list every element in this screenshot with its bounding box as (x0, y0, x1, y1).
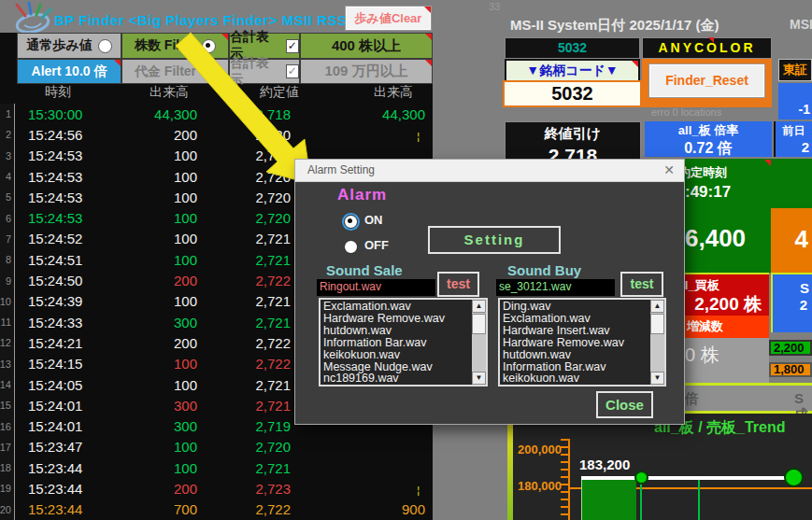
list-item[interactable]: Hardware Remove.wav (503, 337, 648, 349)
row-number: 17 (0, 437, 15, 457)
filter-normal-ayumine[interactable]: 通常歩み値 (17, 33, 121, 59)
cell-time: 15:23:47 (15, 439, 108, 455)
trend-handle-large[interactable] (784, 468, 804, 487)
row-number: 7 (0, 229, 15, 249)
row-number: 19 (0, 478, 15, 499)
cell-volume: 100 (108, 377, 197, 393)
axis-tick (561, 499, 568, 500)
table-row[interactable]: 2015:23:447002,722900 (0, 499, 433, 520)
filter-threshold-shares[interactable]: 400 株以上 (300, 33, 433, 59)
cell-volume: 300 (108, 398, 197, 414)
cell-price: 2,722 (197, 501, 291, 517)
comment-marker (764, 160, 771, 166)
test-buy-button[interactable]: test (620, 272, 663, 297)
table-row[interactable]: 115:30:0044,3002,71844,300 (0, 104, 433, 124)
cell-time: 15:24:33 (15, 315, 108, 330)
scrollbar[interactable]: ▲ ▼ (472, 300, 486, 385)
cell-time: 15:24:50 (15, 273, 108, 288)
filter-threshold-amount[interactable]: 109 万円以上 (300, 59, 433, 84)
list-item[interactable]: Information Bar.wav (323, 337, 470, 349)
scroll-down-icon[interactable]: ▼ (650, 372, 664, 385)
cell-price: 2,719 (197, 418, 291, 434)
list-item[interactable]: nc189169.wav (323, 372, 470, 385)
sale-file-field[interactable]: Ringout.wav (317, 279, 435, 296)
close-button[interactable]: Close (596, 391, 653, 418)
buy-sound-listbox[interactable]: Ding.wavExclamation.wavHardware Insert.w… (498, 298, 666, 386)
radio-amount-filter[interactable] (202, 64, 216, 78)
checkbox-total-1[interactable]: ✓ (286, 39, 299, 53)
axis-tick (561, 476, 568, 478)
setting-button[interactable]: Setting (428, 226, 561, 254)
trend-handle-small[interactable] (634, 471, 648, 485)
alert-multiplier-cell[interactable]: Alert 10.0 倍 (17, 59, 121, 84)
cell-time: 15:24:39 (15, 293, 108, 309)
table-row[interactable]: 1915:23:442002,723¦ (0, 478, 433, 499)
msii-title: MS-II System日付 2025/1/17 (金) (510, 17, 719, 35)
sound-buy-label: Sound Buy (507, 262, 581, 278)
alert-tick-icon: ¦ (417, 485, 420, 496)
list-item[interactable]: hutdown.wav (503, 349, 648, 361)
msii-title2: MSII S (790, 17, 812, 32)
scroll-up-icon[interactable]: ▲ (472, 300, 486, 313)
radio-alarm-off[interactable] (344, 240, 358, 254)
row-number: 10 (0, 291, 15, 312)
list-item[interactable]: hutdown.wav (323, 325, 470, 337)
scroll-thumb[interactable] (650, 314, 664, 334)
ayumine-clear-button[interactable]: 歩み値Clear (345, 6, 432, 31)
cell-volume: 100 (108, 293, 197, 309)
comment-marker (221, 34, 228, 40)
comment-marker (632, 61, 638, 67)
execution-volume-value: 6,400 (685, 224, 746, 253)
close-icon[interactable]: ✕ (663, 162, 675, 177)
list-item[interactable]: Exclamation.wav (503, 313, 648, 325)
checkbox-total-2[interactable]: ✓ (286, 64, 299, 78)
comment-marker (424, 7, 431, 13)
list-item[interactable]: Hardware Insert.wav (503, 325, 648, 337)
radio-alarm-on[interactable] (344, 215, 358, 229)
finder-reset-button[interactable]: Finder_Reset (648, 63, 765, 98)
filter-share-count[interactable]: 株数 Filter (121, 33, 229, 59)
cell-time: 15:30:00 (15, 106, 108, 122)
scroll-thumb[interactable] (472, 314, 486, 334)
list-item[interactable]: keikokuon.wav (503, 372, 648, 385)
scroll-up-icon[interactable]: ▲ (650, 300, 664, 313)
radio-share-filter[interactable] (202, 39, 216, 53)
table-row[interactable]: 1715:23:471002,720 (0, 437, 433, 457)
axis-tick (561, 484, 568, 485)
dialog-title: Alarm Setting (307, 163, 375, 176)
cell-price: 2,721 (197, 460, 291, 476)
alarm-off-label: OFF (364, 238, 389, 252)
cell-volume: 100 (108, 356, 197, 372)
buy-file-field[interactable]: se_30121.wav (496, 279, 615, 296)
cell-volume: 200 (108, 335, 197, 351)
sale-sound-listbox[interactable]: Exclamation.wavHardware Remove.wavhutdow… (319, 298, 488, 386)
cell-price: 2,723 (197, 481, 291, 497)
code-input[interactable]: 5032 (505, 82, 640, 105)
row-number: 4 (0, 166, 15, 187)
list-item[interactable]: Ding.wav (503, 301, 648, 313)
filter-amount[interactable]: 代金 Filter (121, 59, 229, 84)
test-sale-button[interactable]: test (437, 272, 479, 297)
list-item[interactable]: Exclamation.wav (323, 301, 470, 313)
code-selector-dropdown[interactable]: ▼銘柄コード▼ (505, 59, 640, 82)
filter-total-display-2[interactable]: 合計表示✓ (229, 59, 300, 84)
list-item[interactable]: Hardware Remove.wav (323, 313, 470, 325)
dialog-titlebar[interactable]: Alarm Setting ✕ (295, 160, 684, 182)
drop-line-1 (640, 480, 642, 520)
row-number: 15 (0, 395, 15, 415)
comment-marker (114, 60, 121, 66)
table-row[interactable]: 1815:23:441002,721 (0, 457, 433, 478)
row-number: 9 (0, 270, 15, 290)
cell-time: 15:24:51 (15, 252, 108, 268)
scrollbar[interactable]: ▲ ▼ (650, 300, 664, 385)
row-number: 12 (0, 332, 15, 353)
table-row[interactable]: 215:24:562002,720¦ (0, 124, 433, 145)
radio-normal-ayumine[interactable] (98, 39, 112, 53)
cell-volume: 100 (108, 231, 197, 246)
row-number: 2 (0, 124, 15, 145)
error-status-text: erro 0 locations (651, 106, 773, 118)
cell-volume2: ¦ (291, 481, 433, 497)
cell-time: 15:24:52 (15, 231, 108, 246)
list-item[interactable]: keikokuon.wav (323, 349, 470, 361)
scroll-down-icon[interactable]: ▼ (472, 372, 486, 385)
